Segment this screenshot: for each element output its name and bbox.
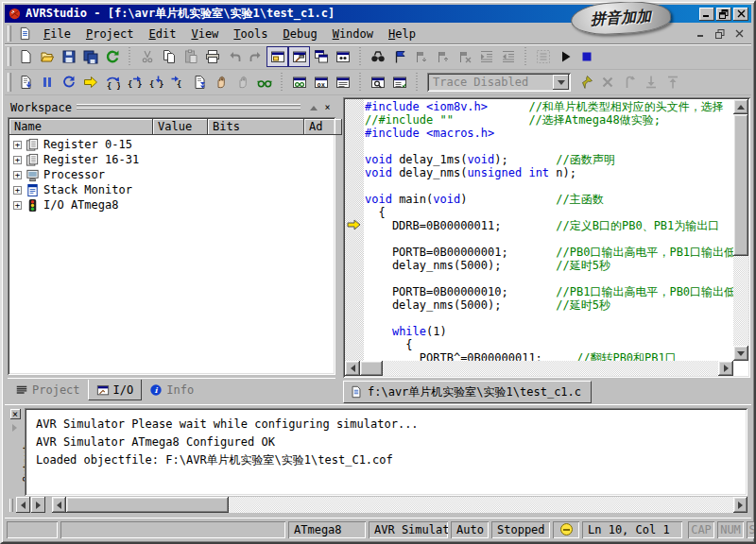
pause-button[interactable]: [36, 72, 58, 93]
menu-view[interactable]: View: [183, 26, 226, 42]
new-doc-button[interactable]: [14, 46, 36, 67]
scroll-up-icon[interactable]: [733, 99, 748, 114]
refresh-arrow-button[interactable]: [101, 46, 123, 67]
workspace-header[interactable]: Workspace ×: [7, 99, 337, 115]
stop-square-button[interactable]: [576, 46, 597, 67]
output-messages[interactable]: AVR Simulator Please wait while configur…: [25, 408, 747, 496]
close-button[interactable]: [733, 8, 748, 21]
vscroll-track[interactable]: [733, 114, 748, 346]
step-out-button[interactable]: { }: [123, 72, 145, 93]
workspace-drag-grip[interactable]: [77, 104, 301, 111]
column-header-name[interactable]: Name: [9, 119, 153, 135]
step-arrow-button[interactable]: [79, 72, 101, 93]
vscroll-thumb[interactable]: [733, 114, 748, 256]
column-header-ad[interactable]: Ad: [304, 119, 342, 135]
expand-plus-icon[interactable]: [13, 141, 22, 149]
break-hand-button[interactable]: [210, 72, 232, 93]
trace-pin-icon: [578, 75, 593, 90]
hscroll-thumb[interactable]: [360, 361, 383, 376]
workspace-tab-project[interactable]: Project: [8, 380, 88, 400]
output-scroll-left-icon[interactable]: [52, 497, 66, 513]
watch-window-button[interactable]: [288, 72, 310, 93]
save-all-button[interactable]: [79, 46, 101, 67]
cascade-windows-button[interactable]: [310, 46, 332, 67]
mdi-restore-button[interactable]: [713, 28, 727, 40]
trace-mode-combobox[interactable]: Trace Disabled: [427, 73, 571, 92]
tree-item-register-0-15[interactable]: Register 0-15: [9, 137, 334, 152]
restore-button[interactable]: [716, 8, 731, 21]
tree-item-register-16-31[interactable]: Register 16-31: [9, 152, 334, 167]
expand-plus-icon[interactable]: [13, 156, 22, 164]
code-line: {: [365, 206, 733, 219]
print-button[interactable]: [201, 46, 223, 67]
toolbar2-grip[interactable]: [8, 73, 11, 93]
combo-dropdown-icon[interactable]: [553, 75, 569, 90]
output-grip[interactable]: [9, 499, 13, 512]
expand-plus-icon[interactable]: [13, 186, 22, 195]
code-view[interactable]: #include <iom8v.h> //和单片机类型相对应的头文件，选择//#…: [343, 97, 750, 378]
toggle-output-window-button[interactable]: [288, 46, 310, 67]
menu-edit[interactable]: Edit: [142, 26, 184, 42]
menu-project[interactable]: Project: [78, 26, 142, 42]
run-to-cursor-button[interactable]: { }: [166, 72, 188, 93]
quickwatch-glasses-button[interactable]: [253, 72, 275, 93]
file-tab[interactable]: f:\avr单片机实验室\实验1\test_c1.c: [343, 381, 592, 403]
expand-plus-icon[interactable]: [13, 171, 22, 179]
step-into-button[interactable]: { }: [145, 72, 166, 93]
workspace-tab-info[interactable]: iInfo: [142, 380, 201, 400]
menu-window[interactable]: Window: [325, 26, 381, 42]
workspace-tab-io[interactable]: I/O: [88, 380, 143, 400]
output-next-icon[interactable]: [10, 422, 21, 433]
reset-button[interactable]: [58, 72, 79, 93]
minimize-button[interactable]: [699, 8, 714, 21]
output-close-button[interactable]: [10, 409, 21, 419]
editor-horizontal-scrollbar[interactable]: [345, 361, 733, 376]
menu-tools[interactable]: Tools: [226, 26, 275, 42]
tab-scroll-right-button[interactable]: [31, 497, 45, 513]
io-view-window-button[interactable]: [388, 72, 410, 93]
register-window-button[interactable]: ox: [310, 72, 332, 93]
output-scroll-right-icon[interactable]: [733, 497, 747, 513]
tree-item-i-o-atmega8[interactable]: I/O ATmega8: [9, 197, 334, 212]
tab-scroll-left-button[interactable]: [16, 497, 30, 513]
scroll-down-icon[interactable]: [733, 346, 748, 361]
toolbar1-grip[interactable]: [8, 47, 11, 67]
memory-window-button[interactable]: [332, 72, 353, 93]
output-hscroll-thumb[interactable]: [66, 497, 229, 513]
trace-pin-button[interactable]: [575, 72, 596, 93]
find-binoculars-button[interactable]: [367, 46, 388, 67]
expand-plus-icon[interactable]: [13, 201, 22, 210]
column-header-value[interactable]: Value: [153, 119, 208, 135]
copy-pages-button[interactable]: [158, 46, 180, 67]
assemble-grid-button: [532, 46, 554, 67]
mdi-document-icon[interactable]: [18, 26, 32, 41]
trace-into-button[interactable]: [14, 72, 36, 93]
save-floppy-button[interactable]: [58, 46, 79, 67]
scroll-left-icon[interactable]: [345, 361, 360, 376]
mdi-minimize-button[interactable]: [695, 28, 708, 40]
auto-step-button[interactable]: [188, 72, 210, 93]
workspace-collapse-button[interactable]: [307, 102, 319, 113]
editor-vertical-scrollbar[interactable]: [733, 99, 748, 361]
code-lines[interactable]: #include <iom8v.h> //和单片机类型相对应的头文件，选择//#…: [365, 100, 733, 361]
disassembler-window-button[interactable]: [367, 72, 388, 93]
tree-item-stack-monitor[interactable]: Stack Monitor: [9, 182, 334, 197]
toggle-workspace-window-button[interactable]: [266, 46, 288, 67]
workspace-close-button[interactable]: ×: [321, 102, 334, 113]
hscroll-track[interactable]: [383, 361, 718, 376]
mdi-close-button[interactable]: [732, 28, 746, 40]
find-in-files-window-button[interactable]: [332, 46, 353, 67]
tree-item-processor[interactable]: Processor: [9, 167, 334, 182]
menu-debug[interactable]: Debug: [276, 26, 325, 42]
menubar-grip[interactable]: [8, 26, 11, 42]
menu-file[interactable]: File: [36, 26, 78, 42]
bookmark-flag-button[interactable]: [388, 46, 410, 67]
column-header-bits[interactable]: Bits: [208, 119, 304, 135]
run-play-button[interactable]: [554, 46, 576, 67]
open-folder-button[interactable]: [36, 46, 58, 67]
step-over-button[interactable]: { }: [101, 72, 123, 93]
output-horizontal-scrollbar[interactable]: [52, 497, 747, 513]
menu-help[interactable]: Help: [381, 26, 423, 42]
scroll-right-icon[interactable]: [718, 361, 733, 376]
output-hscroll-track[interactable]: [229, 497, 733, 513]
